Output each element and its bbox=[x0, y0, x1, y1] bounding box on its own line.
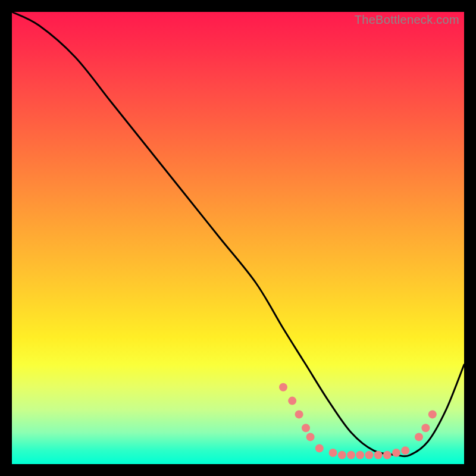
chart-marker-dot bbox=[356, 451, 364, 459]
chart-plot-area: TheBottleneck.com bbox=[12, 12, 464, 464]
chart-marker-dot bbox=[428, 410, 437, 418]
chart-marker-dot bbox=[302, 424, 310, 432]
chart-line-series bbox=[12, 12, 464, 456]
chart-marker-dot bbox=[383, 451, 392, 459]
chart-marker-dot bbox=[392, 449, 400, 457]
chart-frame: TheBottleneck.com bbox=[0, 0, 476, 476]
chart-marker-dot bbox=[374, 451, 383, 459]
chart-marker-dot bbox=[415, 433, 423, 441]
chart-marker-dot bbox=[288, 397, 296, 405]
chart-marker-dot bbox=[315, 444, 324, 452]
chart-marker-dot bbox=[306, 433, 315, 441]
chart-svg bbox=[12, 12, 464, 464]
chart-marker-dot bbox=[401, 446, 409, 455]
chart-marker-dot bbox=[347, 451, 355, 459]
chart-marker-dot bbox=[421, 424, 430, 432]
chart-markers bbox=[279, 383, 437, 459]
chart-marker-dot bbox=[365, 451, 373, 459]
chart-marker-dot bbox=[279, 383, 287, 392]
chart-marker-dot bbox=[338, 451, 346, 459]
chart-marker-dot bbox=[295, 410, 303, 418]
chart-marker-dot bbox=[329, 449, 337, 457]
